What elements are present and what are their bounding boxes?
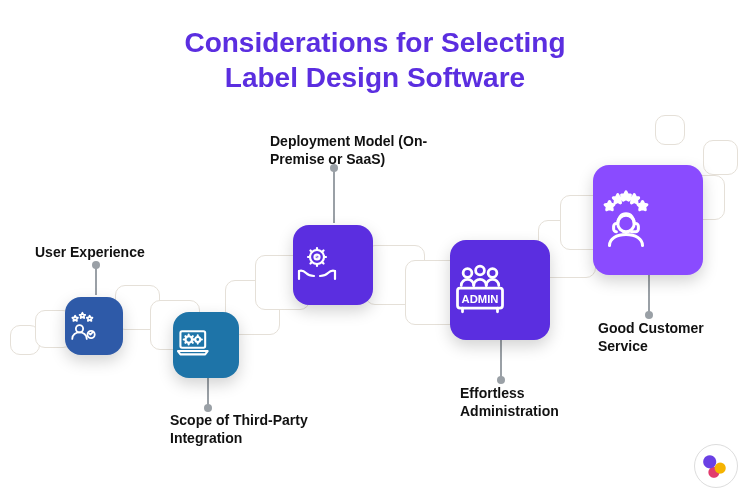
deco-square <box>655 115 685 145</box>
deco-square <box>703 140 738 175</box>
label-user-experience: User Experience <box>35 244 145 262</box>
user-stars-icon <box>65 307 123 346</box>
hands-gear-icon: $ <box>293 239 373 291</box>
connector <box>333 168 335 223</box>
node-scope-integration <box>173 312 239 378</box>
support-stars-icon <box>593 185 703 255</box>
label-deployment-model: Deployment Model (On-Premise or SaaS) <box>270 133 470 168</box>
svg-point-4 <box>195 337 200 342</box>
admin-panel-icon: ADMIN <box>450 258 550 322</box>
connector <box>95 265 97 295</box>
node-customer-service <box>593 165 703 275</box>
connector <box>648 275 650 315</box>
connector <box>500 340 502 380</box>
label-effortless-admin: Effortless Administration <box>460 385 610 420</box>
connector <box>207 378 209 408</box>
diagram-stage: User Experience Scope of Third-Party Int… <box>0 0 750 500</box>
svg-point-0 <box>76 325 83 332</box>
svg-text:ADMIN: ADMIN <box>462 293 499 305</box>
svg-point-8 <box>463 269 472 278</box>
svg-point-9 <box>476 266 485 275</box>
node-deployment-model: $ <box>293 225 373 305</box>
svg-point-10 <box>488 269 497 278</box>
laptop-gears-icon <box>173 323 239 367</box>
label-scope-integration: Scope of Third-Party Integration <box>170 412 330 447</box>
node-user-experience <box>65 297 123 355</box>
node-effortless-admin: ADMIN <box>450 240 550 340</box>
label-customer-service: Good Customer Service <box>598 320 738 355</box>
brand-logo <box>694 444 738 488</box>
